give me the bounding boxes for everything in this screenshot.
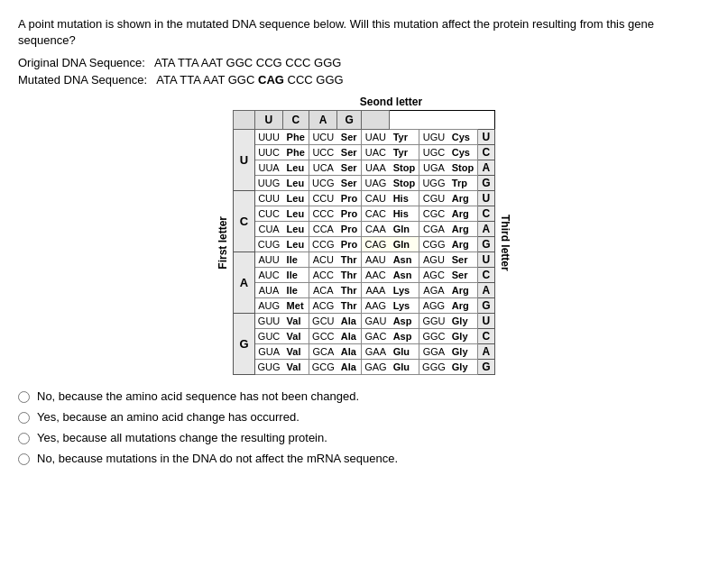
third-letter-cell-C-2: C: [478, 268, 494, 283]
option-2[interactable]: Yes, because all mutations change the re…: [18, 431, 710, 444]
amino-acid-Glu-GAG: Glu: [390, 360, 419, 375]
codon-table: U C A G UUUUPheUCUSerUAUTyrUGUCysUUUCPhe…: [233, 110, 494, 375]
codon-GGU: GGU: [419, 314, 448, 329]
third-letter-cell-G-3: G: [478, 360, 494, 375]
third-letter-cell-A-3: A: [478, 344, 494, 360]
codon-AGC: AGC: [419, 268, 448, 283]
amino-acid-Leu-UUA: Leu: [283, 160, 309, 176]
amino-acid-Glu-GAA: Glu: [390, 344, 419, 360]
codon-CAU: CAU: [362, 191, 390, 206]
amino-acid-Ile-AUA: Ile: [283, 283, 309, 298]
radio-option-1[interactable]: [18, 412, 30, 424]
amino-acid-Leu-CUA: Leu: [283, 222, 309, 237]
table-row: GGUUValGCUAlaGAUAspGGUGlyU: [234, 314, 494, 329]
amino-acid-Leu-CUU: Leu: [283, 191, 309, 206]
codon-AGG: AGG: [419, 298, 448, 314]
codon-ACC: ACC: [309, 268, 337, 283]
amino-acid-Ser-AGC: Ser: [448, 268, 478, 283]
option-text-0: No, because the amino acid sequence has …: [37, 389, 359, 403]
first-letter-label: First letter: [217, 216, 229, 270]
amino-acid-Val-GUU: Val: [283, 314, 309, 329]
codon-CCA: CCA: [309, 222, 337, 237]
third-letter-cell-C-3: C: [478, 329, 494, 344]
codon-CCU: CCU: [309, 191, 337, 206]
amino-acid-Ala-GCU: Ala: [337, 314, 362, 329]
amino-acid-Leu-CUG: Leu: [283, 237, 309, 252]
mutated-dna: Mutated DNA Sequence: ATA TTA AAT GGC CA…: [18, 73, 710, 87]
codon-UCC: UCC: [309, 145, 337, 160]
amino-acid-Ser-UCC: Ser: [337, 145, 362, 160]
codon-CGC: CGC: [419, 206, 448, 222]
amino-acid-His-CAU: His: [390, 191, 419, 206]
amino-acid-Ser-AGU: Ser: [448, 252, 478, 268]
radio-option-0[interactable]: [18, 391, 30, 403]
amino-acid-Pro-CCG: Pro: [337, 237, 362, 252]
amino-acid-Cys-UGC: Cys: [448, 145, 478, 160]
codon-UGU: UGU: [419, 130, 448, 145]
codon-AUC: AUC: [254, 268, 283, 283]
table-row: UUCPheUCCSerUACTyrUGCCysC: [234, 145, 494, 160]
amino-acid-Thr-ACU: Thr: [337, 252, 362, 268]
amino-acid-Asn-AAU: Asn: [390, 252, 419, 268]
option-0[interactable]: No, because the amino acid sequence has …: [18, 389, 710, 403]
codon-AUA: AUA: [254, 283, 283, 298]
table-row: AUCIleACCThrAACAsnAGCSerC: [234, 268, 494, 283]
codon-CUC: CUC: [254, 206, 283, 222]
amino-acid-Arg-CGG: Arg: [448, 237, 478, 252]
first-letter-cell-U: U: [234, 130, 254, 191]
codon-CAC: CAC: [362, 206, 390, 222]
codon-CUG: CUG: [254, 237, 283, 252]
table-row: GUAValGCAAlaGAAGluGGAGlyA: [234, 344, 494, 360]
codon-GGC: GGC: [419, 329, 448, 344]
radio-option-2[interactable]: [18, 433, 30, 444]
codon-GCC: GCC: [309, 329, 337, 344]
amino-acid-Leu-UUG: Leu: [283, 176, 309, 191]
codon-CUA: CUA: [254, 222, 283, 237]
third-letter-cell-A-2: A: [478, 283, 494, 298]
third-letter-cell-A-0: A: [478, 160, 494, 176]
amino-acid-Ala-GCC: Ala: [337, 329, 362, 344]
radio-option-3[interactable]: [18, 453, 30, 465]
amino-acid-Arg-CGU: Arg: [448, 191, 478, 206]
amino-acid-Phe-UUC: Phe: [283, 145, 309, 160]
amino-acid-Gln-CAA: Gln: [390, 222, 419, 237]
codon-UAU: UAU: [362, 130, 390, 145]
table-row: GUCValGCCAlaGACAspGGCGlyC: [234, 329, 494, 344]
codon-CCG: CCG: [309, 237, 337, 252]
codon-GCA: GCA: [309, 344, 337, 360]
amino-acid-Thr-ACG: Thr: [337, 298, 362, 314]
codon-ACA: ACA: [309, 283, 337, 298]
third-letter-cell-U-0: U: [478, 130, 494, 145]
table-row: UUALeuUCASerUAAStopUGAStopA: [234, 160, 494, 176]
amino-acid-Stop-UAG: Stop: [390, 176, 419, 191]
amino-acid-Pro-CCA: Pro: [337, 222, 362, 237]
option-1[interactable]: Yes, because an amino acid change has oc…: [18, 410, 710, 424]
codon-GCG: GCG: [309, 360, 337, 375]
table-row: CUALeuCCAProCAAGlnCGAArgA: [234, 222, 494, 237]
amino-acid-Phe-UUU: Phe: [283, 130, 309, 145]
codon-AAC: AAC: [362, 268, 390, 283]
amino-acid-Cys-UGU: Cys: [448, 130, 478, 145]
codon-CCC: CCC: [309, 206, 337, 222]
option-3[interactable]: No, because mutations in the DNA do not …: [18, 452, 710, 465]
codon-CUU: CUU: [254, 191, 283, 206]
third-letter-cell-G-2: G: [478, 298, 494, 314]
third-letter-cell-A-1: A: [478, 222, 494, 237]
codon-GCU: GCU: [309, 314, 337, 329]
third-letter-cell-G-1: G: [478, 237, 494, 252]
table-row: GUGValGCGAlaGAGGluGGGGlyG: [234, 360, 494, 375]
amino-acid-Tyr-UAU: Tyr: [390, 130, 419, 145]
third-letter-cell-U-2: U: [478, 252, 494, 268]
second-letter-label: Seond letter: [360, 96, 422, 108]
table-row: CUCLeuCCCProCACHisCGCArgC: [234, 206, 494, 222]
amino-acid-Stop-UGA: Stop: [448, 160, 478, 176]
amino-acid-Gly-GGA: Gly: [448, 344, 478, 360]
codon-GAA: GAA: [362, 344, 390, 360]
first-letter-cell-A: A: [234, 252, 254, 314]
codon-UCU: UCU: [309, 130, 337, 145]
codon-GUC: GUC: [254, 329, 283, 344]
codon-UUU: UUU: [254, 130, 283, 145]
option-text-1: Yes, because an amino acid change has oc…: [37, 410, 299, 424]
codon-UAG: UAG: [362, 176, 390, 191]
question-text: A point mutation is shown in the mutated…: [18, 16, 710, 49]
